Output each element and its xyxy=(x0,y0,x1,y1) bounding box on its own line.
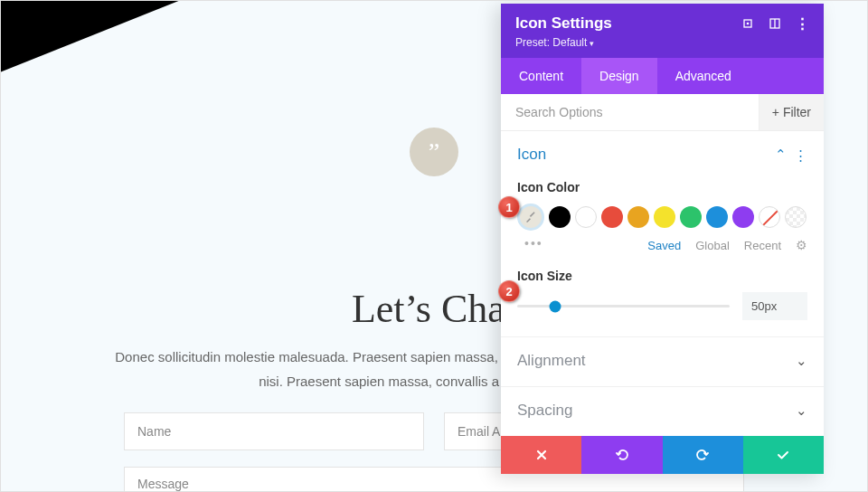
section-spacing-title: Spacing xyxy=(517,402,572,420)
tab-content[interactable]: Content xyxy=(501,58,581,94)
swatch-red[interactable] xyxy=(601,206,623,228)
filter-button[interactable]: + Filter xyxy=(759,94,824,130)
save-button[interactable] xyxy=(743,436,824,474)
swatch-purple[interactable] xyxy=(732,206,754,228)
palette-tab-saved[interactable]: Saved xyxy=(647,239,681,252)
palette-tab-global[interactable]: Global xyxy=(695,239,730,252)
tabs: Content Design Advanced xyxy=(501,58,824,94)
eyedropper-swatch[interactable] xyxy=(517,203,544,231)
svg-point-1 xyxy=(747,23,750,25)
slider-value[interactable]: 50px xyxy=(742,292,807,320)
settings-panel: Icon Settings ⋮ Preset: Default Content … xyxy=(501,4,824,474)
section-icon: Icon ⌃ ⋮ Icon Color ••• Saved Global Rec… xyxy=(501,131,824,337)
swatch-green[interactable] xyxy=(680,206,702,228)
cancel-button[interactable] xyxy=(501,436,581,474)
section-alignment[interactable]: Alignment ⌄ xyxy=(501,337,824,387)
swatch-yellow[interactable] xyxy=(654,206,675,228)
preset-dropdown[interactable]: Preset: Default xyxy=(515,36,809,49)
palette-tab-recent[interactable]: Recent xyxy=(744,239,781,252)
decorative-triangle xyxy=(0,0,181,72)
swatch-transparent[interactable] xyxy=(785,206,807,228)
section-spacing[interactable]: Spacing ⌄ xyxy=(501,387,824,436)
annotation-1: 1 xyxy=(498,196,520,218)
section-more-icon[interactable]: ⋮ xyxy=(794,148,807,162)
icon-size-label: Icon Size xyxy=(517,269,807,283)
gear-icon[interactable]: ⚙ xyxy=(796,238,807,252)
annotation-2: 2 xyxy=(498,280,520,302)
icon-color-label: Icon Color xyxy=(517,180,807,194)
panel-title: Icon Settings xyxy=(515,14,612,33)
swatch-none[interactable] xyxy=(759,206,780,228)
name-field[interactable]: Name xyxy=(124,412,424,450)
panel-footer xyxy=(501,436,824,474)
swatch-orange[interactable] xyxy=(627,206,649,228)
panel-header: Icon Settings ⋮ Preset: Default xyxy=(501,4,824,58)
section-icon-title[interactable]: Icon xyxy=(517,146,546,164)
swatch-white[interactable] xyxy=(575,206,597,228)
undo-button[interactable] xyxy=(581,436,662,474)
chevron-down-icon[interactable]: ⌄ xyxy=(796,353,807,369)
slider-thumb[interactable] xyxy=(550,300,561,312)
color-swatches xyxy=(517,203,807,231)
tab-advanced[interactable]: Advanced xyxy=(657,58,750,94)
redo-button[interactable] xyxy=(663,436,743,474)
tab-design[interactable]: Design xyxy=(581,58,657,94)
more-icon[interactable]: ⋮ xyxy=(795,16,809,31)
slider-track[interactable] xyxy=(517,305,730,308)
search-row: Search Options + Filter xyxy=(501,94,824,131)
wireframe-icon[interactable] xyxy=(768,16,782,31)
swatch-black[interactable] xyxy=(549,206,571,228)
quote-icon[interactable]: ” xyxy=(410,128,458,176)
collapse-icon[interactable]: ⌃ xyxy=(775,147,787,163)
swatch-blue[interactable] xyxy=(706,206,728,228)
section-alignment-title: Alignment xyxy=(517,352,586,370)
expand-icon[interactable] xyxy=(741,16,755,31)
icon-size-slider: 50px xyxy=(517,292,807,320)
search-input[interactable]: Search Options xyxy=(501,94,759,130)
chevron-down-icon[interactable]: ⌄ xyxy=(796,402,807,419)
palette-tabs: Saved Global Recent ⚙ xyxy=(517,238,807,252)
